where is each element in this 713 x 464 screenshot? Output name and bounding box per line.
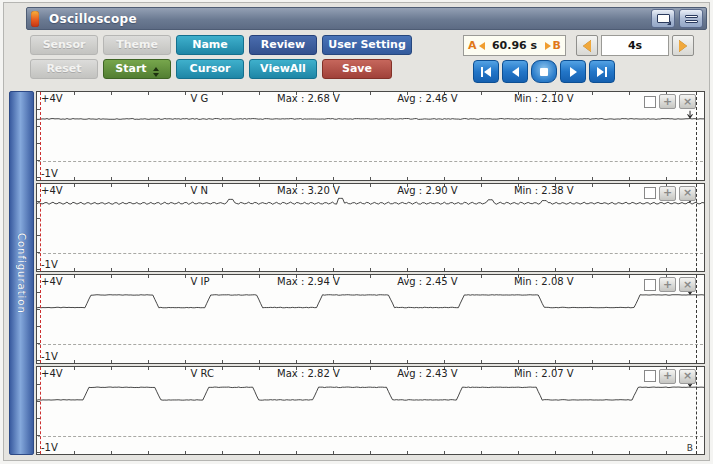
y-min-label: -1V [41, 442, 58, 453]
y-max-label: +4V [41, 368, 63, 379]
channel-panel-vn[interactable]: +4V V N Max : 3.20 V Avg : 2.90 V Min : … [36, 183, 705, 273]
zero-volt-gridline [38, 344, 703, 345]
app-icon [31, 11, 39, 27]
channel-expand-button[interactable]: + [659, 186, 676, 201]
reset-button[interactable]: Reset [30, 59, 98, 79]
time-window-decrease-button[interactable] [576, 35, 598, 56]
step-back-button[interactable] [502, 60, 528, 83]
capture-view-button[interactable] [651, 9, 675, 28]
channel-checkbox[interactable] [644, 279, 656, 291]
bottom-tick-marks [38, 451, 703, 454]
cursor-a-line[interactable] [40, 367, 41, 455]
channel-name: V RC [190, 368, 213, 379]
stop-icon [540, 68, 548, 76]
minimize-button[interactable] [679, 9, 703, 28]
save-button[interactable]: Save [322, 59, 392, 79]
ab-range-display[interactable]: A 60.96 s B [463, 35, 566, 56]
channel-close-button[interactable]: × [679, 186, 696, 201]
cursor-a-line[interactable] [40, 92, 41, 180]
bottom-tick-marks [38, 360, 703, 363]
channel-expand-button[interactable]: + [659, 94, 676, 109]
top-tick-marks [38, 92, 703, 95]
viewall-button[interactable]: ViewAll [249, 59, 317, 79]
start-spinner-icon[interactable] [153, 67, 159, 77]
zero-volt-gridline [38, 253, 703, 254]
waveform-vrc [37, 367, 704, 455]
channel-close-button[interactable]: × [679, 94, 696, 109]
y-min-label: -1V [41, 259, 58, 270]
avg-value: Avg : 2.46 V [397, 93, 458, 104]
cursor-b-label: B [553, 39, 561, 52]
left-arrow-icon [583, 40, 591, 52]
channel-checkbox[interactable] [644, 96, 656, 108]
user-setting-button[interactable]: User Setting [322, 35, 412, 55]
channel-name: V N [190, 185, 208, 196]
zero-volt-gridline [38, 436, 703, 437]
right-arrow-icon [679, 40, 687, 52]
waveform-vip [37, 275, 704, 363]
bottom-tick-marks [38, 177, 703, 180]
max-value: Max : 3.20 V [277, 185, 340, 196]
top-tick-marks [38, 367, 703, 370]
first-icon [481, 67, 483, 77]
avg-value: Avg : 2.43 V [397, 368, 458, 379]
cursor-b-line[interactable] [696, 184, 697, 272]
cursor-b-line[interactable] [696, 92, 697, 180]
max-value: Max : 2.82 V [277, 368, 340, 379]
y-min-label: -1V [41, 168, 58, 179]
cursor-a-label: A [468, 39, 477, 52]
theme-button[interactable]: Theme [103, 35, 171, 55]
step-forward-button[interactable] [560, 60, 586, 83]
app-window: Oscilloscope Sensor Theme Name Review Us… [3, 2, 710, 461]
cursor-b-line[interactable] [696, 367, 697, 455]
next-icon [570, 67, 577, 77]
top-tick-marks [38, 184, 703, 187]
window-title: Oscilloscope [49, 12, 137, 26]
top-tick-marks [38, 275, 703, 278]
time-window-increase-button[interactable] [672, 35, 694, 56]
channel-checkbox[interactable] [644, 370, 656, 382]
cursor-a-line[interactable] [40, 275, 41, 363]
channel-panel-vrc[interactable]: +4V V RC Max : 2.82 V Avg : 2.43 V Min :… [36, 366, 705, 456]
channel-close-button[interactable]: × [679, 277, 696, 292]
channel-panel-vg[interactable]: +4V V G Max : 2.68 V Avg : 2.46 V Min : … [36, 91, 705, 181]
go-last-button[interactable] [589, 60, 615, 83]
ab-range-value: 60.96 s [487, 39, 543, 52]
previous-icon [512, 67, 519, 77]
oscilloscope-app: Oscilloscope Sensor Theme Name Review Us… [0, 0, 713, 464]
stop-button[interactable] [531, 60, 557, 83]
time-window-value[interactable]: 4s [601, 35, 669, 56]
channel-panel-vip[interactable]: +4V V IP Max : 2.94 V Avg : 2.45 V Min :… [36, 274, 705, 364]
channel-expand-button[interactable]: + [659, 277, 676, 292]
y-max-label: +4V [41, 93, 63, 104]
cursor-button[interactable]: Cursor [176, 59, 244, 79]
y-max-label: +4V [41, 276, 63, 287]
max-value: Max : 2.68 V [277, 93, 340, 104]
cursor-b-arrow-icon [545, 42, 551, 50]
transport-controls [473, 60, 615, 83]
min-value: Min : 2.08 V [514, 276, 574, 287]
name-button[interactable]: Name [176, 35, 244, 55]
cursor-b-tag: B [687, 443, 693, 453]
title-bar[interactable]: Oscilloscope [26, 7, 707, 30]
start-button[interactable]: Start [103, 59, 171, 79]
waveform-vn [37, 184, 704, 272]
review-button[interactable]: Review [249, 35, 317, 55]
configuration-tab[interactable]: Configuration [9, 91, 34, 455]
avg-value: Avg : 2.90 V [397, 185, 458, 196]
go-first-button[interactable] [473, 60, 499, 83]
sensor-button[interactable]: Sensor [30, 35, 98, 55]
max-value: Max : 2.94 V [277, 276, 340, 287]
waveform-vg [37, 92, 704, 180]
channel-expand-button[interactable]: + [659, 369, 676, 384]
bottom-tick-marks [38, 268, 703, 271]
channel-checkbox[interactable] [644, 187, 656, 199]
zero-volt-gridline [38, 161, 703, 162]
cursor-b-line[interactable] [696, 275, 697, 363]
screen-capture-icon [657, 14, 670, 23]
y-max-label: +4V [41, 185, 63, 196]
channel-close-button[interactable]: × [679, 369, 696, 384]
cursor-a-arrow-icon [479, 42, 485, 50]
channel-name: V IP [190, 276, 209, 287]
cursor-a-line[interactable] [40, 184, 41, 272]
